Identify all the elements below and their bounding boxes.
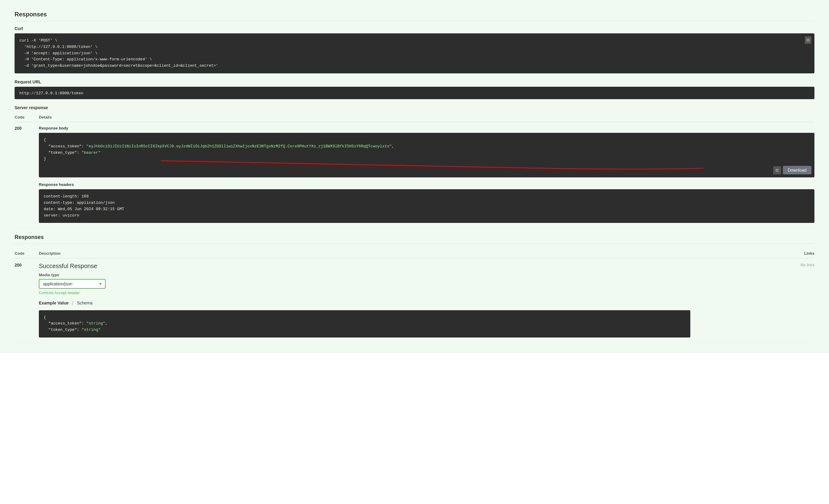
curl-code: curl -X 'POST' \ 'http://127.0.0.1:8000/… [20, 38, 809, 69]
page-title: Responses [14, 11, 815, 21]
server-response-table: Code Details 200 Response body { "access… [14, 113, 815, 227]
request-url-label: Request URL [14, 79, 815, 84]
header-server: server: uvicorn [44, 213, 79, 218]
request-url-value: http://127.0.0.1:8000/token [20, 91, 83, 95]
curl-line2: 'http://127.0.0.1:8000/token' \ [20, 45, 98, 49]
response-200-details: Successful Response Media type applicati… [39, 258, 690, 342]
table-row: 200 Successful Response Media type appli… [14, 258, 815, 342]
response-body-code: { "access_token": "eyJhbGciOiJIUzI1NiIsI… [44, 137, 809, 162]
curl-line3: -H 'accept: application/json' \ [20, 51, 98, 55]
responses-desc-table: Code Description Links 200 Successful Re… [14, 249, 815, 342]
code-column-header: Code [14, 113, 39, 122]
controls-accept-text: Controls Accept header. [39, 290, 690, 295]
description-col-header: Description [39, 249, 690, 258]
tab-example-value[interactable]: Example Value [39, 299, 69, 307]
table-row: 200 Response body { "access_token": "eyJ… [14, 122, 815, 227]
header-content-type: content-type: application/json [44, 200, 115, 205]
code-col-header: Code [14, 249, 39, 258]
example-code-block: { "access_token": "string", "token_type"… [39, 310, 690, 338]
server-response-section: Server response Code Details 200 Respons… [14, 105, 815, 227]
download-button[interactable]: Download [783, 166, 812, 175]
responses-bottom-title: Responses [14, 234, 815, 244]
response-body-label: Response body [39, 126, 815, 130]
response-details-cell: Response body { "access_token": "eyJhbGc… [39, 122, 815, 227]
response-headers-code: content-length: 168 content-type: applic… [44, 193, 809, 219]
request-url-section: Request URL http://127.0.0.1:8000/token [14, 79, 815, 99]
example-code: { "access_token": "string", "token_type"… [44, 314, 685, 333]
request-url-block: http://127.0.0.1:8000/token [14, 87, 815, 99]
curl-label: Curl [14, 26, 815, 31]
curl-copy-button[interactable]: ⧉ [805, 36, 812, 44]
curl-line1: curl -X 'POST' \ [20, 38, 57, 43]
chevron-down-icon: ▾ [100, 282, 101, 286]
media-type-value: application/json [43, 281, 73, 286]
links-col-header: Links [690, 249, 815, 258]
response-code-cell: 200 [14, 122, 39, 227]
example-tabs: Example Value | Schema [39, 299, 690, 307]
response-headers-label: Response headers [39, 182, 815, 187]
response-200-code: 200 [14, 258, 39, 342]
no-links-cell: No links [690, 258, 815, 342]
server-response-label: Server response [14, 105, 815, 110]
responses-bottom-section: Responses Code Description Links 200 Suc… [14, 234, 815, 342]
header-content-length: content-length: 168 [44, 194, 88, 199]
curl-code-block: curl -X 'POST' \ 'http://127.0.0.1:8000/… [14, 33, 815, 73]
response-headers-block: content-length: 168 content-type: applic… [39, 189, 815, 223]
curl-section: Curl curl -X 'POST' \ 'http://127.0.0.1:… [14, 26, 815, 73]
successful-response-text: Successful Response [39, 263, 690, 270]
header-date: date: Wed,05 Jun 2024 09:32:15 GMT [44, 207, 124, 211]
curl-line4: -H 'Content-Type: application/x-www-form… [20, 57, 152, 62]
media-type-label: Media type [39, 273, 690, 277]
tab-divider: | [72, 299, 73, 307]
curl-line5: -d 'grant_type=&username=johndoe&passwor… [20, 64, 218, 68]
tab-schema[interactable]: Schema [77, 299, 93, 307]
media-type-select[interactable]: application/json ▾ [39, 279, 106, 289]
response-actions: ⧉ Download [773, 166, 812, 175]
response-copy-button[interactable]: ⧉ [773, 166, 781, 175]
details-column-header: Details [39, 113, 815, 122]
response-body-block: { "access_token": "eyJhbGciOiJIUzI1NiIsI… [39, 133, 815, 178]
